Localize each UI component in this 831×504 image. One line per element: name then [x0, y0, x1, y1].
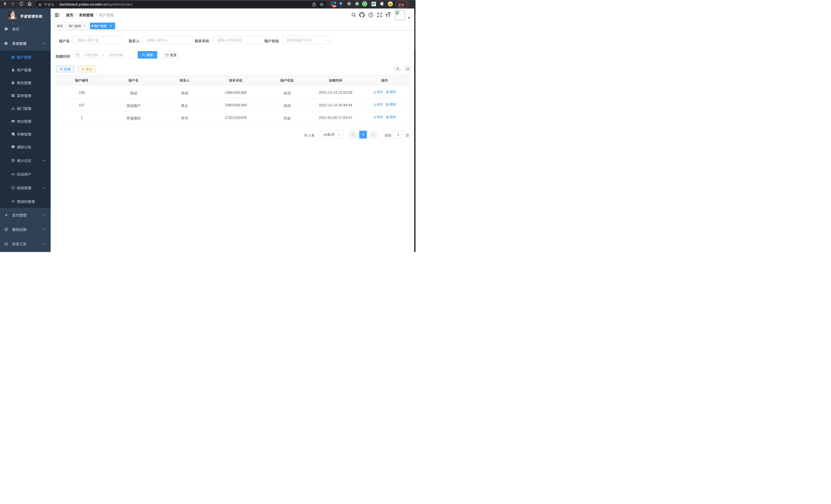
svg-text:10: 10 [333, 5, 336, 7]
svg-text:¥: ¥ [5, 213, 7, 217]
svg-text:⌘: ⌘ [348, 2, 350, 5]
